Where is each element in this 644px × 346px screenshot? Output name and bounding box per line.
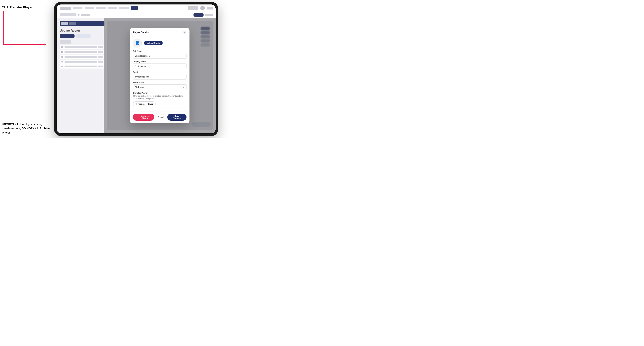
transfer-player-title: Transfer Player — [133, 92, 186, 94]
click-instruction-text: Click Transfer Player — [2, 5, 50, 9]
list-item — [60, 50, 104, 54]
player-score-bar — [98, 66, 103, 67]
app-background: Update Roster — [57, 4, 216, 133]
modal-overlay: Player Details × 👤 — [104, 18, 216, 133]
archive-icon: ◻ — [136, 116, 137, 118]
player-name-bar — [64, 66, 97, 67]
modal-footer: ◻ Archive Player Cancel Save Changes — [130, 112, 190, 123]
player-dot — [61, 46, 63, 48]
nav-item-add-player — [119, 7, 129, 9]
annotation-arrow-head — [44, 43, 46, 46]
player-dot — [61, 51, 63, 53]
player-name-bar — [64, 61, 97, 63]
panel-tab-active — [61, 22, 68, 25]
email-label: Email — [133, 71, 186, 73]
roster-title: Update Roster — [60, 29, 104, 32]
email-field-group: Email — [133, 71, 186, 80]
player-dot — [61, 61, 63, 63]
player-dot — [61, 66, 63, 67]
player-name-bar — [64, 51, 97, 53]
roster-btn-secondary — [76, 34, 91, 38]
nav-user-pill — [188, 6, 198, 10]
modal-close-button[interactable]: × — [183, 30, 186, 34]
player-score-bar — [98, 61, 103, 63]
school-year-label: School Year — [133, 81, 186, 84]
panel-tab — [69, 22, 76, 25]
right-panel: Player Details × 👤 — [107, 21, 212, 130]
sub-navigation — [57, 12, 216, 18]
transfer-player-button[interactable]: ↻ Transfer Player — [133, 102, 156, 106]
list-item — [60, 64, 104, 69]
player-details-modal: Player Details × 👤 — [130, 28, 190, 123]
user-avatar-icon: 👤 — [135, 41, 140, 45]
team-label — [60, 40, 71, 44]
transfer-player-section: Transfer Player If this player has moved… — [133, 92, 186, 106]
roster-btn-primary — [60, 34, 74, 38]
bottom-instruction: IMPORTANT: If a player is being transfer… — [2, 122, 50, 135]
transfer-player-description: If this player has moved to another scho… — [133, 95, 186, 100]
nav-item-tournaments — [85, 7, 94, 9]
modal-body: 👤 Upload Photo Full Name — [130, 36, 190, 112]
panel-header — [60, 21, 104, 26]
tablet-screen: Update Roster — [57, 4, 216, 133]
annotation-arrow-vertical — [3, 11, 4, 45]
player-name-bar — [64, 46, 97, 48]
sub-nav-breadcrumb — [60, 13, 76, 16]
full-name-field-group: Full Name — [133, 50, 186, 59]
school-year-field-group: School Year First Year Second Year Third… — [133, 81, 186, 90]
app-logo — [60, 7, 71, 10]
roster-actions — [60, 34, 104, 38]
list-item — [60, 60, 104, 64]
photo-upload-row: 👤 Upload Photo — [133, 38, 186, 47]
content-area: Update Roster — [57, 18, 216, 133]
display-name-label: Display Name — [133, 60, 186, 63]
email-input[interactable] — [133, 74, 186, 80]
transfer-icon: ↻ — [135, 103, 137, 105]
archive-player-button[interactable]: ◻ Archive Player — [133, 114, 154, 121]
cancel-button[interactable]: Cancel — [156, 115, 166, 120]
nav-extra — [207, 7, 212, 9]
player-dot — [61, 56, 63, 58]
school-year-select[interactable]: First Year Second Year Third Year Fourth… — [133, 84, 186, 90]
full-name-label: Full Name — [133, 50, 186, 52]
list-item — [60, 45, 104, 49]
nav-item-schedule — [108, 7, 117, 9]
full-name-input[interactable] — [133, 53, 186, 59]
nav-item-staff-active — [131, 6, 138, 10]
display-name-input[interactable] — [133, 63, 186, 69]
player-name-bar — [64, 56, 97, 58]
nav-avatar — [200, 6, 205, 10]
annotation-arrow-horizontal — [3, 44, 44, 45]
modal-header: Player Details × — [130, 28, 190, 36]
display-name-field-group: Display Name — [133, 60, 186, 69]
list-item — [60, 55, 104, 59]
modal-title: Player Details — [133, 31, 149, 34]
sub-nav-section — [81, 13, 90, 16]
top-instruction: Click Transfer Player — [2, 5, 50, 11]
sub-nav-extra — [205, 13, 212, 16]
nav-item-teams — [96, 7, 106, 9]
top-navigation — [57, 4, 216, 12]
save-changes-button[interactable]: Save Changes — [167, 114, 186, 121]
upload-photo-button[interactable]: Upload Photo — [144, 41, 163, 45]
nav-item-dashboard — [73, 7, 82, 9]
left-panel: Update Roster — [60, 21, 104, 130]
sub-nav-separator — [78, 14, 80, 16]
player-score-bar — [98, 46, 103, 48]
player-score-bar — [98, 51, 103, 53]
avatar-circle: 👤 — [133, 38, 142, 47]
tablet-device: Update Roster — [54, 2, 218, 136]
player-score-bar — [98, 56, 103, 58]
sub-nav-action-btn — [194, 13, 204, 17]
